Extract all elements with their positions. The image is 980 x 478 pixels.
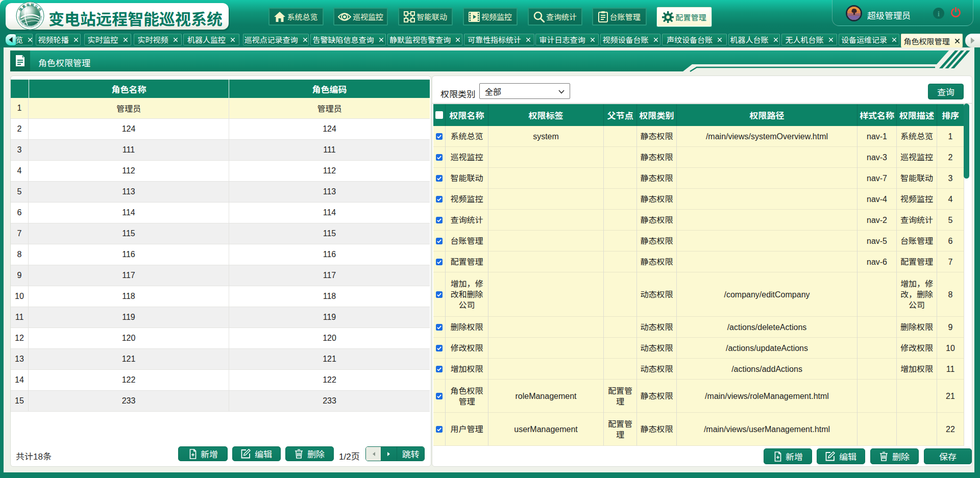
svg-text:i: i: [938, 10, 940, 18]
